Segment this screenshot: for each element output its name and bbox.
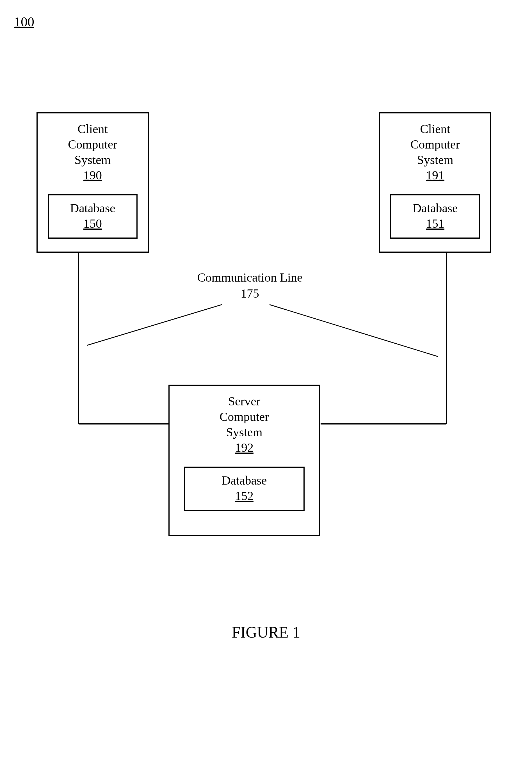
server-title-line1: Server xyxy=(170,394,319,409)
client-right-database-ref: 151 xyxy=(391,216,479,231)
client-right-database-label: Database xyxy=(391,200,479,216)
communication-line-text: Communication Line xyxy=(182,270,317,286)
figure-caption: FIGURE 1 xyxy=(0,623,532,641)
client-right-box: Client Computer System 191 Database 151 xyxy=(379,112,491,253)
client-right-title-line2: Computer xyxy=(380,137,490,152)
server-database-label: Database xyxy=(185,473,303,488)
client-left-title-line3: System xyxy=(38,152,148,168)
client-left-database-label: Database xyxy=(49,200,136,216)
svg-line-5 xyxy=(270,305,438,357)
server-database-box: Database 152 xyxy=(184,467,305,511)
client-right-title-line3: System xyxy=(380,152,490,168)
diagram-page: 100 Communication Line 175 Client Comput… xyxy=(0,0,532,767)
client-right-ref: 191 xyxy=(380,168,490,183)
client-left-database-ref: 150 xyxy=(49,216,136,231)
server-database-ref: 152 xyxy=(185,488,303,504)
client-left-box: Client Computer System 190 Database 150 xyxy=(36,112,149,253)
communication-line-label: Communication Line 175 xyxy=(182,270,317,302)
figure-reference: 100 xyxy=(14,14,34,29)
client-right-title-line1: Client xyxy=(380,121,490,137)
client-right-database-box: Database 151 xyxy=(390,194,480,239)
server-ref: 192 xyxy=(170,440,319,455)
communication-line-ref: 175 xyxy=(182,286,317,302)
server-box: Server Computer System 192 Database 152 xyxy=(168,385,320,536)
server-title-line3: System xyxy=(170,424,319,440)
svg-line-4 xyxy=(87,305,222,345)
client-left-ref: 190 xyxy=(38,168,148,183)
server-title-line2: Computer xyxy=(170,409,319,424)
client-left-title-line1: Client xyxy=(38,121,148,137)
client-left-title-line2: Computer xyxy=(38,137,148,152)
client-left-database-box: Database 150 xyxy=(48,194,138,239)
